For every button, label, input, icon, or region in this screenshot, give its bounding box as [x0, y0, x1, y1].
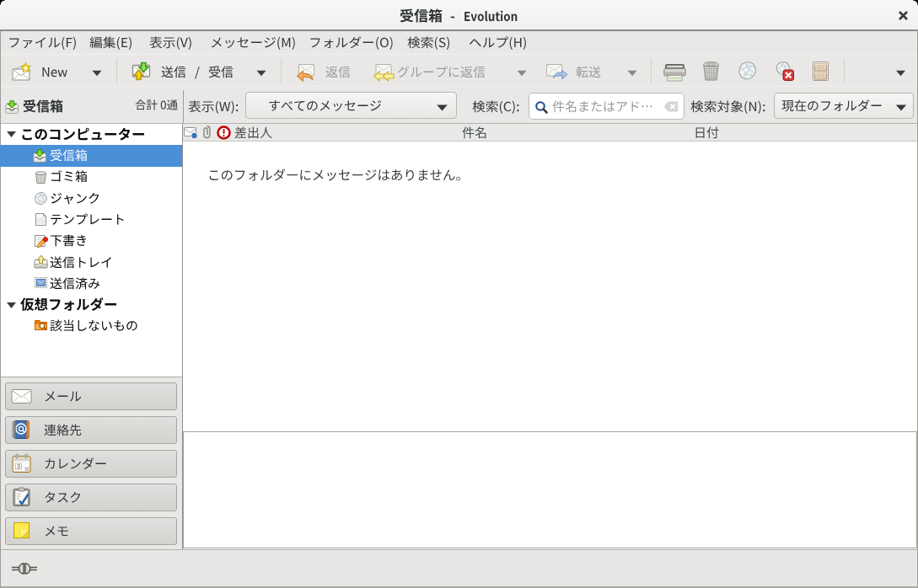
svg-text:3: 3	[17, 463, 20, 469]
